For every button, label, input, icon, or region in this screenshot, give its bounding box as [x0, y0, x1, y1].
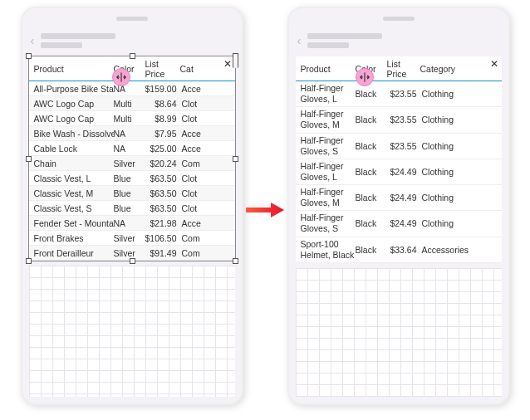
- back-icon[interactable]: ‹: [31, 34, 35, 47]
- phone-mockup-right: ‹ Product Color List Price Category ✕ Ha…: [287, 7, 510, 405]
- cell-color: Blue: [114, 188, 145, 198]
- resize-handle[interactable]: [26, 258, 32, 264]
- cell-color: Multi: [114, 114, 145, 124]
- resize-handle[interactable]: [26, 156, 32, 162]
- header-product[interactable]: Product: [31, 64, 114, 74]
- table-row[interactable]: Front BrakesSilver$106.50Com: [29, 231, 235, 246]
- data-table[interactable]: Product Color List Price Cat ✕ All-Purpo…: [29, 56, 235, 261]
- cell-price: $20.24: [145, 159, 180, 168]
- table-row[interactable]: Sport-100 Helmet, BlackBlack$33.64Access…: [296, 237, 502, 263]
- close-icon[interactable]: ✕: [490, 58, 498, 70]
- cell-color: NA: [114, 218, 145, 228]
- table-row[interactable]: All-Purpose Bike StandNA$159.00Acce: [29, 81, 235, 96]
- cell-category: Clot: [180, 188, 233, 198]
- resize-handle[interactable]: [130, 258, 135, 264]
- cell-product: Fender Set - Mountain: [31, 218, 114, 228]
- table-row[interactable]: Half-Finger Gloves, MBlack$23.55Clothing: [296, 107, 502, 133]
- cell-price: $25.00: [145, 144, 180, 154]
- cell-category: Clothing: [420, 193, 500, 203]
- header-category[interactable]: Category: [417, 64, 500, 74]
- cell-category: Com: [180, 248, 233, 258]
- cell-price: $63.50: [145, 203, 180, 213]
- table-row[interactable]: Half-Finger Gloves, LBlack$24.49Clothing: [296, 159, 502, 185]
- cell-category: Acce: [180, 84, 233, 94]
- header-price[interactable]: List Price: [387, 59, 417, 79]
- cell-category: Clot: [180, 203, 233, 213]
- header-product[interactable]: Product: [297, 64, 356, 74]
- back-icon[interactable]: ‹: [297, 34, 302, 47]
- cell-product: Front Brakes: [31, 233, 114, 243]
- cell-category: Clot: [180, 173, 233, 183]
- header-price[interactable]: List Price: [145, 59, 177, 79]
- table-row[interactable]: Cable LockNA$25.00Acce: [29, 141, 235, 156]
- column-resize-icon[interactable]: [356, 68, 374, 86]
- cell-price: $21.98: [145, 218, 180, 228]
- cell-category: Com: [180, 233, 233, 243]
- resize-handle[interactable]: [233, 258, 238, 264]
- table-row[interactable]: AWC Logo CapMulti$8.99Clot: [29, 111, 235, 126]
- cell-color: NA: [114, 144, 145, 154]
- phone-speaker-area: [289, 8, 508, 28]
- table-row[interactable]: ChainSilver$20.24Com: [29, 156, 235, 171]
- cell-color: Black: [356, 245, 387, 255]
- close-icon[interactable]: ✕: [223, 58, 232, 70]
- table-row[interactable]: Half-Finger Gloves, LBlack$23.55Clothing: [296, 81, 502, 107]
- cell-price: $63.50: [145, 173, 180, 183]
- cell-product: Sport-100 Helmet, Black: [297, 239, 356, 261]
- cell-price: $7.95: [145, 129, 180, 139]
- cell-category: Clot: [180, 114, 233, 124]
- cell-price: $24.49: [387, 167, 420, 177]
- resize-handle[interactable]: [233, 53, 238, 68]
- cell-product: Half-Finger Gloves, S: [297, 212, 356, 234]
- data-table[interactable]: Product Color List Price Category ✕ Half…: [296, 56, 502, 263]
- cell-product: Classic Vest, M: [31, 188, 114, 198]
- cell-category: Clothing: [420, 218, 500, 228]
- table-header-row: Product Color List Price Category ✕: [296, 56, 502, 81]
- column-resize-icon[interactable]: [112, 68, 130, 86]
- cell-category: Clothing: [420, 89, 500, 99]
- cell-product: Half-Finger Gloves, M: [297, 109, 356, 130]
- table-row[interactable]: Half-Finger Gloves, SBlack$23.55Clothing: [296, 134, 502, 159]
- cell-category: Acce: [180, 218, 233, 228]
- table-row[interactable]: Classic Vest, SBlue$63.50Clot: [29, 201, 235, 216]
- cell-color: Blue: [114, 173, 145, 183]
- table-row[interactable]: Bike Wash - DissolverNA$7.95Acce: [29, 126, 235, 141]
- cell-color: Black: [356, 193, 387, 203]
- cell-price: $106.50: [145, 233, 180, 243]
- cell-color: Black: [356, 218, 387, 228]
- table-row[interactable]: Classic Vest, LBlue$63.50Clot: [29, 171, 235, 186]
- cell-product: AWC Logo Cap: [31, 114, 114, 124]
- cell-product: Half-Finger Gloves, M: [297, 187, 356, 208]
- table-row[interactable]: Fender Set - MountainNA$21.98Acce: [29, 216, 235, 231]
- cell-product: All-Purpose Bike Stand: [31, 84, 114, 94]
- cell-price: $91.49: [145, 248, 180, 258]
- cell-product: Classic Vest, S: [31, 203, 114, 213]
- table-row[interactable]: Half-Finger Gloves, MBlack$24.49Clothing: [296, 185, 502, 211]
- resize-handle[interactable]: [130, 53, 135, 59]
- cell-price: $63.50: [145, 188, 180, 198]
- cell-color: Black: [356, 141, 387, 151]
- cell-product: Half-Finger Gloves, L: [297, 161, 356, 183]
- cell-price: $23.55: [387, 141, 420, 151]
- cell-product: Front Derailleur: [31, 248, 114, 258]
- cell-category: Clothing: [420, 115, 500, 125]
- phone-speaker-area: [22, 8, 242, 28]
- cell-product: Cable Lock: [31, 144, 114, 154]
- empty-grid-area: [29, 266, 235, 397]
- cell-price: $159.00: [145, 84, 180, 94]
- table-row[interactable]: AWC Logo CapMulti$8.64Clot: [29, 96, 235, 111]
- cell-product: Half-Finger Gloves, S: [297, 135, 356, 157]
- table-row[interactable]: Half-Finger Gloves, SBlack$24.49Clothing: [296, 211, 502, 237]
- cell-product: Bike Wash - Dissolver: [31, 129, 114, 139]
- cell-product: Chain: [31, 159, 114, 168]
- cell-price: $23.55: [387, 89, 420, 99]
- empty-grid-area: [296, 268, 502, 397]
- cell-color: Silver: [114, 233, 145, 243]
- app-header: ‹: [22, 28, 242, 53]
- resize-handle[interactable]: [233, 156, 238, 162]
- table-header-row: Product Color List Price Cat ✕: [29, 56, 235, 81]
- cell-category: Clot: [180, 99, 233, 109]
- table-row[interactable]: Classic Vest, MBlue$63.50Clot: [29, 186, 235, 201]
- resize-handle[interactable]: [26, 53, 32, 59]
- cell-color: NA: [114, 129, 145, 139]
